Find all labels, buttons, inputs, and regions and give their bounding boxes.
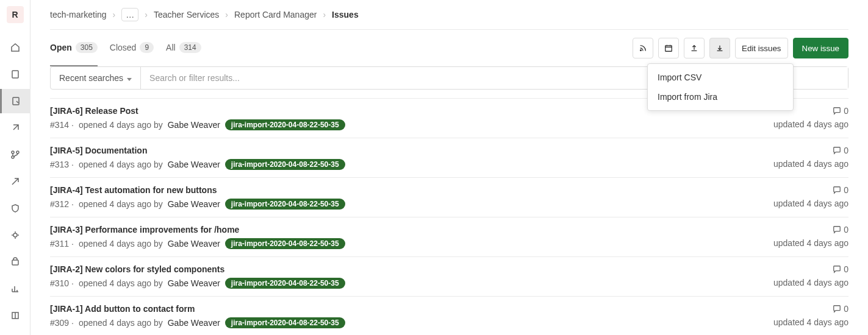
tab-all[interactable]: All 314 (166, 30, 201, 66)
issue-author[interactable]: Gabe Weaver (168, 199, 220, 209)
project-avatar[interactable]: R (7, 6, 24, 23)
comment-count: 0 (844, 264, 848, 274)
issue-author[interactable]: Gabe Weaver (168, 120, 220, 130)
issue-label[interactable]: jira-import-2020-04-08-22-50-35 (225, 317, 345, 328)
tab-closed[interactable]: Closed 9 (110, 30, 154, 66)
issue-title[interactable]: [JIRA-4] Test automation for new buttons (50, 185, 345, 195)
comment-count: 0 (844, 146, 848, 155)
issue-ref: #310 · (50, 278, 74, 288)
issue-title[interactable]: [JIRA-3] Performance improvements for /h… (50, 225, 345, 234)
rss-button[interactable] (633, 38, 653, 58)
tab-label: Open (50, 43, 72, 52)
left-sidebar: R (0, 0, 30, 335)
issue-author[interactable]: Gabe Weaver (168, 278, 220, 288)
nav-merge-icon[interactable] (0, 143, 30, 167)
rss-icon (639, 44, 647, 52)
issue-list: [JIRA-6] Release Post#314 ·opened 4 days… (50, 98, 848, 335)
comment-icon (833, 305, 841, 313)
issue-opened: opened 4 days ago by (79, 318, 163, 328)
issue-tabs: Open 305 Closed 9 All 314 (50, 30, 201, 66)
issue-comments[interactable]: 0 (833, 185, 848, 195)
issue-comments[interactable]: 0 (833, 106, 848, 116)
upload-icon (690, 44, 698, 52)
recent-searches-dropdown[interactable]: Recent searches (51, 67, 141, 89)
nav-security-icon[interactable] (0, 196, 30, 220)
tab-count: 305 (76, 42, 98, 53)
comment-count: 0 (844, 304, 848, 314)
nav-wiki-icon[interactable] (0, 303, 30, 328)
nav-analytics-icon[interactable] (0, 277, 30, 301)
tab-count: 314 (179, 42, 201, 53)
issue-title[interactable]: [JIRA-1] Add button to contact form (50, 304, 345, 314)
issue-ref: #309 · (50, 318, 74, 328)
calendar-icon (664, 44, 673, 52)
issue-comments[interactable]: 0 (833, 264, 848, 274)
issue-ref: #311 · (50, 239, 74, 249)
issue-author[interactable]: Gabe Weaver (168, 160, 220, 169)
issue-row: [JIRA-5] Documentation#313 ·opened 4 day… (50, 138, 848, 178)
chevron-right-icon: › (225, 10, 228, 19)
issue-label[interactable]: jira-import-2020-04-08-22-50-35 (225, 159, 345, 170)
breadcrumb-item[interactable]: Report Card Manager (234, 10, 317, 19)
svg-rect-0 (12, 71, 18, 78)
issue-opened: opened 4 days ago by (79, 160, 163, 169)
svg-point-4 (16, 151, 19, 153)
tab-open[interactable]: Open 305 (50, 30, 98, 66)
nav-external-icon[interactable] (0, 116, 30, 140)
issue-author[interactable]: Gabe Weaver (168, 239, 220, 249)
svg-point-5 (13, 233, 17, 237)
nav-repo-icon[interactable] (0, 62, 30, 86)
nav-operations-icon[interactable] (0, 223, 30, 247)
chevron-right-icon: › (323, 10, 326, 19)
nav-home-icon[interactable] (0, 35, 30, 60)
issue-ref: #312 · (50, 199, 74, 209)
nav-issues-icon[interactable] (0, 89, 30, 113)
export-button[interactable] (684, 38, 705, 58)
issue-row: [JIRA-1] Add button to contact form#309 … (50, 297, 848, 335)
issue-opened: opened 4 days ago by (79, 278, 163, 288)
issue-updated: updated 4 days ago (773, 159, 848, 169)
issue-updated: updated 4 days ago (773, 317, 848, 327)
tab-label: Closed (110, 43, 137, 52)
comment-count: 0 (844, 225, 848, 234)
comment-count: 0 (844, 185, 848, 195)
issue-label[interactable]: jira-import-2020-04-08-22-50-35 (225, 238, 345, 249)
new-issue-button[interactable]: New issue (793, 38, 848, 58)
issue-title[interactable]: [JIRA-5] Documentation (50, 146, 345, 155)
comment-icon (833, 186, 841, 194)
issue-title[interactable]: [JIRA-6] Release Post (50, 106, 345, 116)
issue-opened: opened 4 days ago by (79, 199, 163, 209)
nav-packages-icon[interactable] (0, 250, 30, 274)
issue-row: [JIRA-2] New colors for styled component… (50, 257, 848, 297)
issue-comments[interactable]: 0 (833, 146, 848, 155)
breadcrumb-item[interactable]: Teacher Services (154, 10, 219, 19)
calendar-button[interactable] (658, 38, 679, 58)
issue-label[interactable]: jira-import-2020-04-08-22-50-35 (225, 278, 345, 289)
issue-updated: updated 4 days ago (773, 238, 848, 248)
issue-comments[interactable]: 0 (833, 304, 848, 314)
breadcrumb-more-button[interactable]: … (121, 8, 138, 21)
svg-point-7 (640, 50, 642, 51)
comment-count: 0 (844, 106, 848, 116)
issue-comments[interactable]: 0 (833, 225, 848, 234)
svg-point-2 (12, 151, 14, 153)
breadcrumb-item[interactable]: tech-marketing (50, 10, 107, 19)
import-csv-item[interactable]: Import CSV (648, 68, 793, 87)
issue-label[interactable]: jira-import-2020-04-08-22-50-35 (225, 199, 345, 210)
edit-issues-button[interactable]: Edit issues (735, 38, 787, 58)
issue-opened: opened 4 days ago by (79, 239, 163, 249)
tab-label: All (166, 43, 176, 52)
chevron-right-icon: › (145, 10, 148, 19)
tab-count: 9 (140, 42, 154, 53)
import-jira-item[interactable]: Import from Jira (648, 87, 793, 107)
issue-updated: updated 4 days ago (773, 199, 848, 208)
issue-author[interactable]: Gabe Weaver (168, 318, 220, 328)
import-button[interactable] (709, 38, 730, 58)
comment-icon (833, 146, 841, 155)
comment-icon (833, 225, 841, 234)
issue-row: [JIRA-3] Performance improvements for /h… (50, 217, 848, 257)
nav-ci-icon[interactable] (0, 169, 30, 194)
issue-label[interactable]: jira-import-2020-04-08-22-50-35 (225, 119, 345, 130)
svg-rect-8 (665, 46, 672, 52)
issue-title[interactable]: [JIRA-2] New colors for styled component… (50, 264, 345, 274)
